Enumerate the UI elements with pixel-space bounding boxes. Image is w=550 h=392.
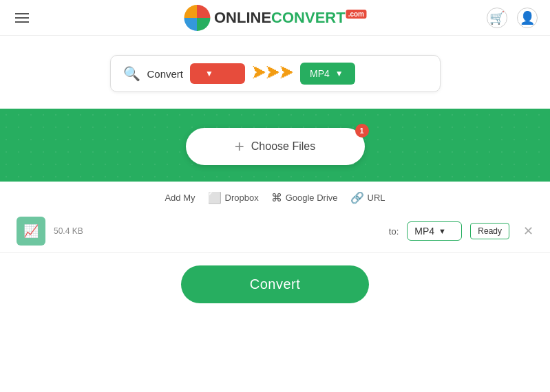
file-format-dropdown-arrow: ▼ xyxy=(438,227,446,235)
from-format-dropdown[interactable]: ▼ xyxy=(190,63,245,84)
gdrive-label: Google Drive xyxy=(286,193,338,203)
to-format-dropdown[interactable]: MP4 ▼ xyxy=(300,63,355,85)
search-section: 🔍 Convert ▼ ⮞⮞⮞ MP4 ▼ xyxy=(0,36,550,109)
convert-label: Convert xyxy=(147,68,184,80)
convert-direction-icon: ⮞⮞⮞ xyxy=(252,65,293,83)
user-icon[interactable]: 👤 xyxy=(517,8,538,28)
hamburger-menu-icon[interactable] xyxy=(12,10,32,25)
logo-convert-text: CONVERT xyxy=(271,9,346,26)
logo-text: ONLINECONVERT.com xyxy=(214,9,366,27)
remove-file-button[interactable]: ✕ xyxy=(523,224,533,239)
file-size: 50.4 KB xyxy=(54,226,381,236)
url-label: URL xyxy=(368,193,385,203)
to-format-value: MP4 xyxy=(310,68,330,79)
url-icon: 🔗 xyxy=(350,191,364,204)
gdrive-icon: ⌘ xyxy=(271,191,282,204)
search-icon: 🔍 xyxy=(123,65,140,82)
cart-icon[interactable]: 🛒 xyxy=(487,8,507,28)
header-left xyxy=(12,10,32,25)
choose-files-label: Choose Files xyxy=(251,140,315,153)
green-upload-section: + Choose Files 1 xyxy=(0,109,550,182)
file-to-label: to: xyxy=(389,226,399,237)
file-row: 📈 50.4 KB to: MP4 ▼ Ready ✕ xyxy=(0,210,550,253)
file-thumbnail: 📈 xyxy=(17,217,45,246)
dropbox-option[interactable]: ⬜ Dropbox xyxy=(208,191,259,204)
dropbox-label: Dropbox xyxy=(225,193,259,203)
add-my-label: Add My xyxy=(165,193,195,203)
logo-online-text: ONLINE xyxy=(214,9,271,26)
file-format-value: MP4 xyxy=(414,226,434,237)
add-my-row: Add My ⬜ Dropbox ⌘ Google Drive 🔗 URL xyxy=(0,182,550,210)
file-format-dropdown[interactable]: MP4 ▼ xyxy=(407,221,462,241)
gdrive-option[interactable]: ⌘ Google Drive xyxy=(271,191,338,204)
plus-icon: + xyxy=(235,137,244,156)
logo[interactable]: ONLINECONVERT.com xyxy=(184,5,366,31)
logo-circle-icon xyxy=(184,5,210,31)
dropbox-icon: ⬜ xyxy=(208,191,222,204)
search-bar: 🔍 Convert ▼ ⮞⮞⮞ MP4 ▼ xyxy=(110,55,441,92)
convert-section: Convert xyxy=(0,253,550,316)
file-count-badge: 1 xyxy=(355,124,369,138)
from-dropdown-arrow: ▼ xyxy=(205,69,213,78)
to-dropdown-arrow: ▼ xyxy=(335,69,343,78)
choose-files-button[interactable]: + Choose Files 1 xyxy=(186,128,365,165)
url-option[interactable]: 🔗 URL xyxy=(350,191,385,204)
header-right: 🛒 👤 xyxy=(487,8,538,28)
header: ONLINECONVERT.com 🛒 👤 xyxy=(0,0,550,36)
ready-status-badge: Ready xyxy=(470,223,509,239)
logo-com-badge: .com xyxy=(346,10,366,19)
convert-button[interactable]: Convert xyxy=(181,265,370,303)
